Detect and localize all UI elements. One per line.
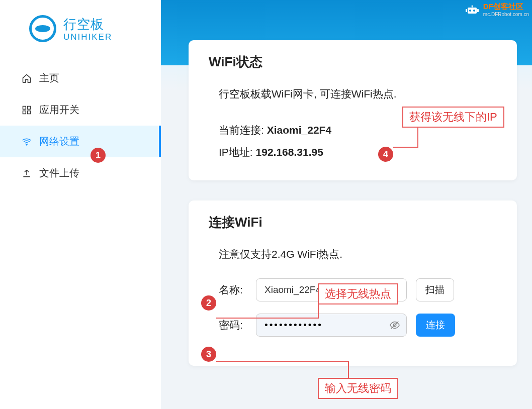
annotation-marker-1: 1 — [91, 148, 106, 163]
ip-address: IP地址: 192.168.31.95 — [209, 141, 497, 163]
svg-rect-3 — [28, 111, 31, 114]
svg-rect-10 — [466, 9, 467, 12]
annotation-line — [417, 125, 418, 148]
sidebar-item-apps[interactable]: 应用开关 — [0, 94, 161, 126]
main-content: DF创客社区 mc.DFRobot.com.cn WiFi状态 行空板板载WiF… — [161, 0, 532, 409]
ip-value: 192.168.31.95 — [256, 146, 323, 158]
brand-name-cn: 行空板 — [63, 16, 112, 33]
wifi-icon — [21, 136, 32, 147]
password-row: 密码: 连接 — [209, 314, 497, 337]
nav-list: 主页 应用开关 网络设置 文件上传 — [0, 62, 161, 189]
sidebar-item-label: 主页 — [39, 71, 59, 85]
ssid-selected: Xiaomi_22F4 — [264, 284, 321, 295]
home-icon — [21, 73, 32, 84]
logo-icon — [29, 15, 56, 42]
connect-wifi-title: 连接WiFi — [209, 214, 497, 231]
sidebar-item-network[interactable]: 网络设置 — [0, 126, 161, 157]
watermark: DF创客社区 mc.DFRobot.com.cn — [465, 2, 529, 17]
sidebar: 行空板 UNIHIKER 主页 应用开关 网络设置 — [0, 0, 161, 409]
annotation-tip-pwd: 输入无线密码 — [318, 378, 398, 399]
annotation-line — [216, 318, 319, 319]
connect-wifi-note: 注意仅支持2.4G WiFi热点. — [209, 244, 497, 264]
svg-point-4 — [26, 144, 27, 145]
wifi-status-title: WiFi状态 — [209, 53, 497, 71]
annotation-tip-ip: 获得该无线下的IP — [402, 107, 504, 128]
upload-icon — [21, 168, 32, 179]
eye-off-icon[interactable] — [389, 320, 400, 331]
password-input[interactable] — [264, 320, 389, 331]
svg-rect-2 — [23, 111, 26, 114]
sidebar-item-label: 应用开关 — [39, 103, 79, 117]
connect-button[interactable]: 连接 — [416, 314, 455, 337]
svg-point-9 — [473, 10, 475, 12]
annotation-marker-3: 3 — [201, 347, 216, 362]
watermark-url: mc.DFRobot.com.cn — [483, 12, 529, 17]
watermark-title: DF创客社区 — [483, 2, 529, 12]
scan-button[interactable]: 扫描 — [416, 278, 454, 301]
annotation-marker-4: 4 — [378, 147, 393, 162]
password-label: 密码: — [219, 318, 247, 332]
current-ssid: Xiaomi_22F4 — [267, 124, 331, 136]
annotation-line — [216, 361, 349, 362]
annotation-line — [393, 147, 418, 148]
sidebar-item-upload[interactable]: 文件上传 — [0, 157, 161, 189]
annotation-tip-ssid: 选择无线热点 — [318, 283, 398, 304]
svg-point-8 — [469, 10, 471, 12]
brand-name-en: UNIHIKER — [63, 32, 112, 42]
svg-rect-5 — [468, 8, 477, 14]
password-input-wrapper — [256, 314, 407, 337]
sidebar-item-home[interactable]: 主页 — [0, 62, 161, 94]
brand-logo: 行空板 UNIHIKER — [0, 5, 161, 57]
robot-icon — [465, 5, 479, 15]
grid-icon — [21, 105, 32, 116]
annotation-marker-2: 2 — [201, 295, 216, 311]
svg-rect-1 — [28, 106, 31, 109]
svg-rect-0 — [23, 106, 26, 109]
wifi-status-desc: 行空板板载WiFi网卡, 可连接WiFi热点. — [209, 84, 497, 104]
sidebar-item-label: 文件上传 — [39, 166, 79, 180]
sidebar-item-label: 网络设置 — [39, 135, 79, 148]
ssid-label: 名称: — [219, 283, 247, 297]
annotation-line — [348, 361, 349, 379]
svg-rect-11 — [477, 9, 479, 12]
